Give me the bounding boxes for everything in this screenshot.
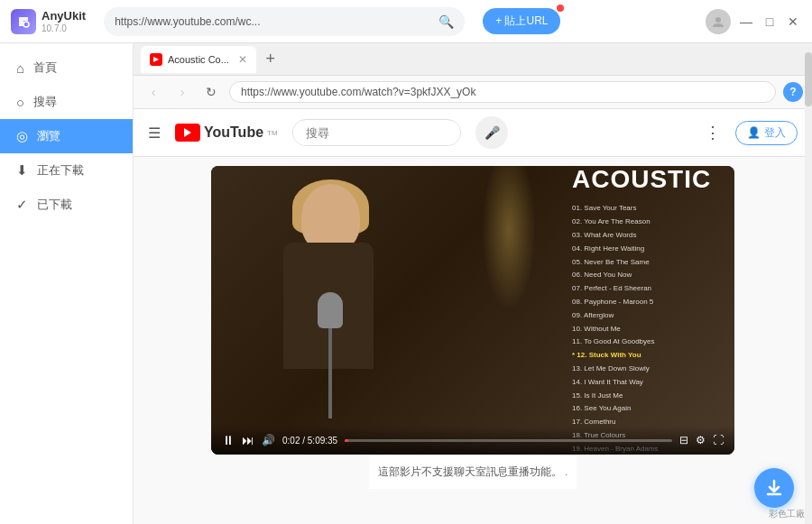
youtube-logo-icon bbox=[175, 124, 200, 142]
video-container: ACOUSTIC 01. Save Your Tears 02. You Are… bbox=[134, 157, 812, 524]
youtube-login-button[interactable]: 👤 登入 bbox=[735, 121, 798, 145]
person-head bbox=[301, 184, 360, 252]
forward-button[interactable]: › bbox=[171, 81, 193, 103]
track-09: 09. Afterglow bbox=[572, 310, 725, 322]
sidebar: ⌂ 首頁 ○ 搜尋 ◎ 瀏覽 ⬇ 正在下載 ✓ 已下載 bbox=[0, 43, 134, 524]
current-time: 0:02 / 5:09:35 bbox=[282, 436, 337, 446]
track-15: 15. Is It Just Me bbox=[572, 391, 725, 402]
youtube-tm: TM bbox=[267, 129, 278, 137]
bottom-message-text: 這部影片不支援聊天室訊息重播功能。 bbox=[378, 465, 562, 478]
track-03: 03. What Are Words bbox=[572, 230, 725, 242]
sidebar-item-downloaded-label: 已下載 bbox=[37, 197, 72, 213]
track-12: * 12. Stuck With You bbox=[572, 350, 725, 362]
track-02: 02. You Are The Reason bbox=[572, 216, 725, 228]
video-title: ACOUSTIC bbox=[572, 166, 725, 194]
fullscreen-button[interactable]: ⛶ bbox=[713, 434, 724, 446]
title-bar: AnyUkit 10.7.0 https://www.youtube.com/w… bbox=[0, 0, 812, 43]
login-label: 登入 bbox=[764, 125, 786, 141]
svg-point-0 bbox=[23, 22, 29, 27]
back-button[interactable]: ‹ bbox=[143, 81, 164, 103]
sidebar-item-browse-label: 瀏覽 bbox=[37, 128, 60, 144]
volume-icon[interactable]: 🔊 bbox=[262, 434, 275, 446]
maximize-button[interactable]: □ bbox=[761, 14, 778, 30]
scrollbar[interactable] bbox=[805, 43, 812, 524]
mic-head bbox=[318, 292, 343, 328]
sidebar-item-downloading[interactable]: ⬇ 正在下載 bbox=[0, 153, 133, 188]
captions-button[interactable]: ⊟ bbox=[679, 434, 688, 446]
youtube-header: ☰ YouTubeTM 🔍 🎤 ⋮ 👤 登入 bbox=[134, 109, 812, 157]
app-logo-icon bbox=[11, 9, 36, 34]
browser-tabs: ▶ Acoustic Co... ✕ + bbox=[134, 43, 812, 76]
svg-point-1 bbox=[715, 17, 721, 23]
browse-icon: ◎ bbox=[16, 128, 28, 144]
download-icon bbox=[764, 478, 784, 498]
next-button[interactable]: ⏭ bbox=[242, 433, 254, 447]
address-search-icon: 🔍 bbox=[438, 14, 454, 29]
main-layout: ⌂ 首頁 ○ 搜尋 ◎ 瀏覽 ⬇ 正在下載 ✓ 已下載 ▶ Acoustic C… bbox=[0, 43, 812, 524]
youtube-menu-icon[interactable]: ☰ bbox=[148, 124, 161, 142]
browser-nav: ‹ › ↻ https://www.youtube.com/watch?v=3p… bbox=[134, 76, 812, 109]
paste-url-button[interactable]: + 貼上URL bbox=[483, 8, 560, 34]
tab-close-button[interactable]: ✕ bbox=[238, 53, 247, 66]
app-name: AnyUkit bbox=[42, 9, 86, 23]
tab-favicon: ▶ bbox=[150, 53, 162, 66]
youtube-logo-text: YouTube bbox=[204, 124, 263, 141]
video-content: ACOUSTIC 01. Save Your Tears 02. You Are… bbox=[211, 166, 734, 455]
notification-badge bbox=[557, 5, 564, 12]
youtube-play-icon bbox=[184, 128, 191, 137]
new-tab-button[interactable]: + bbox=[260, 49, 281, 70]
progress-bar[interactable] bbox=[345, 439, 672, 442]
track-01: 01. Save Your Tears bbox=[572, 203, 725, 215]
url-bar[interactable]: https://www.youtube.com/watch?v=3pkfJXX_… bbox=[229, 81, 776, 103]
sidebar-item-search[interactable]: ○ 搜尋 bbox=[0, 85, 133, 119]
track-04: 04. Right Here Waiting bbox=[572, 244, 725, 255]
video-left-panel bbox=[211, 166, 572, 455]
address-bar[interactable]: https://www.youtube.com/wc... 🔍 bbox=[104, 7, 465, 36]
close-button[interactable]: ✕ bbox=[785, 14, 801, 30]
refresh-button[interactable]: ↻ bbox=[200, 81, 222, 103]
app-name-version: AnyUkit 10.7.0 bbox=[42, 9, 86, 33]
sidebar-item-browse[interactable]: ◎ 瀏覽 bbox=[0, 119, 133, 153]
app-logo: AnyUkit 10.7.0 bbox=[11, 9, 86, 34]
track-11: 11. To Good At Goodbyes bbox=[572, 336, 725, 348]
download-fab-button[interactable] bbox=[754, 468, 794, 508]
track-05: 05. Never Be The Same bbox=[572, 257, 725, 269]
video-player[interactable]: ACOUSTIC 01. Save Your Tears 02. You Are… bbox=[211, 166, 734, 455]
video-controls: ⏸ ⏭ 🔊 0:02 / 5:09:35 ⊟ ⚙ ⛶ bbox=[211, 426, 734, 455]
track-08: 08. Payphone - Maroon 5 bbox=[572, 297, 725, 308]
search-icon: ○ bbox=[16, 95, 24, 110]
pause-button[interactable]: ⏸ bbox=[222, 433, 235, 447]
minimize-button[interactable]: — bbox=[738, 14, 754, 30]
sidebar-item-home-label: 首頁 bbox=[33, 60, 57, 76]
user-avatar[interactable] bbox=[706, 9, 731, 34]
login-person-icon: 👤 bbox=[747, 126, 761, 139]
sidebar-item-downloaded[interactable]: ✓ 已下載 bbox=[0, 188, 133, 222]
youtube-more-options[interactable]: ⋮ bbox=[705, 123, 721, 142]
bottom-message: 這部影片不支援聊天室訊息重播功能。 . bbox=[369, 455, 577, 489]
app-version: 10.7.0 bbox=[42, 23, 86, 33]
scrollbar-thumb[interactable] bbox=[805, 52, 812, 106]
youtube-logo: YouTubeTM bbox=[175, 124, 278, 142]
sidebar-item-downloading-label: 正在下載 bbox=[37, 162, 84, 179]
settings-button[interactable]: ⚙ bbox=[696, 434, 706, 446]
browser-tab-youtube[interactable]: ▶ Acoustic Co... ✕ bbox=[141, 46, 256, 73]
downloaded-icon: ✓ bbox=[16, 197, 28, 213]
help-button[interactable]: ? bbox=[783, 82, 803, 102]
youtube-mic-button[interactable]: 🎤 bbox=[475, 116, 508, 149]
window-controls: — □ ✕ bbox=[706, 9, 801, 34]
downloading-icon: ⬇ bbox=[16, 162, 28, 179]
bottom-message-link[interactable]: . bbox=[565, 465, 567, 478]
youtube-search-input[interactable] bbox=[293, 121, 462, 145]
light-effect bbox=[482, 166, 536, 310]
tab-label: Acoustic Co... bbox=[168, 54, 229, 65]
youtube-search-bar[interactable]: 🔍 bbox=[292, 119, 462, 146]
track-07: 07. Perfect - Ed Sheeran bbox=[572, 283, 725, 295]
url-text: https://www.youtube.com/watch?v=3pkfJXX_… bbox=[241, 86, 475, 98]
track-14: 14. I Want It That Way bbox=[572, 377, 725, 389]
singer-area bbox=[229, 184, 428, 418]
watermark: 彩色工廠 bbox=[769, 508, 805, 520]
track-13: 13. Let Me Down Slowly bbox=[572, 363, 725, 375]
video-right-panel: ACOUSTIC 01. Save Your Tears 02. You Are… bbox=[572, 166, 734, 455]
track-16: 16. See You Again bbox=[572, 403, 725, 415]
sidebar-item-home[interactable]: ⌂ 首頁 bbox=[0, 51, 133, 85]
